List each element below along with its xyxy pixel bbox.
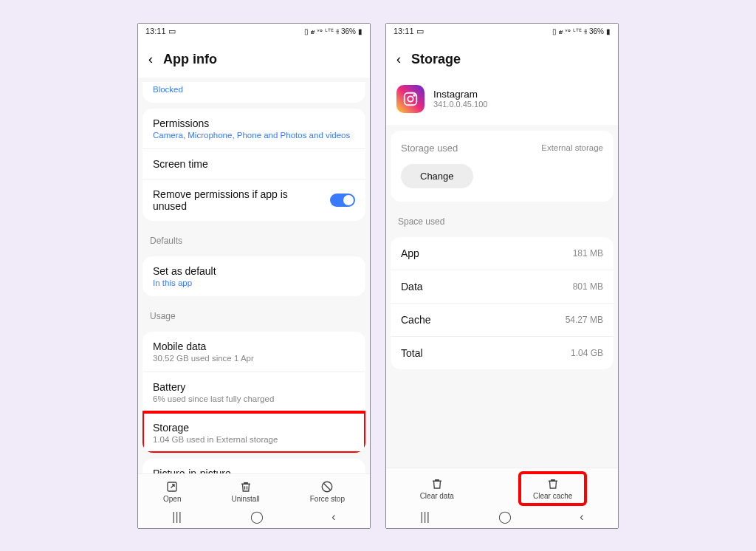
set-default-label: Set as default — [153, 265, 355, 277]
nav-bar: ||| ◯ ‹ — [138, 506, 370, 528]
space-row-total: Total 1.04 GB — [391, 336, 614, 369]
signal-icon: ⫵ — [336, 27, 339, 36]
remove-permissions-label: Remove permissions if app is unused — [153, 188, 330, 212]
set-default-sub: In this app — [153, 278, 355, 287]
app-header: Instagram 341.0.0.45.100 — [386, 78, 618, 125]
bottom-actions: Open Uninstall Force stop — [138, 473, 370, 506]
recents-icon[interactable]: ||| — [172, 510, 181, 524]
mobile-data-label: Mobile data — [153, 340, 355, 352]
recents-icon[interactable]: ||| — [420, 510, 429, 524]
app-version: 341.0.0.45.100 — [433, 100, 487, 109]
header: ‹ App info — [138, 40, 370, 78]
clear-cache-button[interactable]: Clear cache — [521, 474, 584, 503]
bottom-actions: Clear data Clear cache — [386, 468, 618, 506]
svg-point-4 — [413, 95, 415, 96]
storage-sub: 1.04 GB used in External storage — [153, 435, 355, 444]
battery-row[interactable]: Battery 6% used since last fully charged — [142, 372, 365, 412]
pip-row[interactable]: Picture-in-picture Allowed — [142, 459, 365, 473]
mobile-data-row[interactable]: Mobile data 30.52 GB used since 1 Apr — [142, 332, 365, 372]
battery-text: 36% — [341, 27, 356, 35]
lte-icon: ᵛᵒ ᴸᵀᴱ — [565, 27, 582, 35]
header: ‹ Storage — [386, 40, 618, 78]
back-nav-icon[interactable]: ‹ — [580, 510, 583, 524]
storage-type: External storage — [541, 143, 603, 152]
battery-label: Battery — [153, 381, 355, 393]
screenshot-icon: ▭ — [416, 27, 424, 35]
status-time: 13:11 — [394, 27, 414, 35]
blocked-row[interactable]: Blocked — [142, 82, 365, 103]
clear-data-button[interactable]: Clear data — [420, 477, 454, 500]
phone-app-info: 13:11 ▭ ▯ ⸙ ᵛᵒ ᴸᵀᴱ ⫵ 36% ▮ ‹ App info Bl… — [137, 23, 371, 529]
phone-storage: 13:11 ▭ ▯ ⸙ ᵛᵒ ᴸᵀᴱ ⫵ 36% ▮ ‹ Storage Ins… — [385, 23, 619, 529]
mobile-data-sub: 30.52 GB used since 1 Apr — [153, 354, 355, 363]
storage-row[interactable]: Storage 1.04 GB used in External storage — [142, 412, 365, 453]
set-default-row[interactable]: Set as default In this app — [142, 256, 365, 296]
svg-point-3 — [408, 96, 413, 101]
content: Storage used External storage Change Spa… — [386, 125, 618, 468]
storage-label: Storage — [153, 422, 355, 434]
content-scroll[interactable]: Blocked Permissions Camera, Microphone, … — [138, 78, 370, 473]
app-name: Instagram — [433, 89, 487, 100]
force-stop-button[interactable]: Force stop — [310, 480, 345, 503]
lte-icon: ᵛᵒ ᴸᵀᴱ — [317, 27, 334, 35]
defaults-header: Defaults — [138, 227, 370, 250]
clear-cache-icon — [546, 477, 560, 490]
trash-icon — [239, 480, 252, 493]
stop-icon — [320, 480, 334, 493]
back-icon[interactable]: ‹ — [148, 52, 153, 67]
screenshot-icon: ▭ — [168, 27, 176, 35]
battery-icon-small: ▯ — [304, 27, 309, 35]
battery-icon: ▮ — [606, 27, 611, 35]
back-nav-icon[interactable]: ‹ — [331, 510, 335, 524]
battery-text: 36% — [589, 27, 604, 35]
open-icon — [165, 480, 179, 493]
status-bar: 13:11 ▭ ▯ ⸙ ᵛᵒ ᴸᵀᴱ ⫵ 36% ▮ — [138, 24, 370, 40]
open-button[interactable]: Open — [163, 480, 181, 503]
remove-permissions-row[interactable]: Remove permissions if app is unused — [142, 179, 365, 221]
status-bar: 13:11 ▭ ▯ ⸙ ᵛᵒ ᴸᵀᴱ ⫵ 36% ▮ — [386, 24, 618, 40]
signal-icon: ⫵ — [584, 27, 587, 36]
remove-permissions-toggle[interactable] — [330, 194, 355, 207]
nav-bar: ||| ◯ ‹ — [386, 506, 618, 528]
page-title: Storage — [411, 52, 461, 67]
permissions-row[interactable]: Permissions Camera, Microphone, Phone an… — [142, 109, 365, 148]
blocked-label: Blocked — [153, 85, 355, 94]
status-time: 13:11 — [145, 27, 166, 35]
pip-label: Picture-in-picture — [153, 468, 355, 473]
screen-time-row[interactable]: Screen time — [142, 148, 365, 179]
space-row-app: App 181 MB — [391, 237, 614, 270]
instagram-icon — [396, 85, 425, 113]
space-row-cache: Cache 54.27 MB — [391, 303, 614, 336]
space-used-header: Space used — [386, 208, 618, 231]
permissions-sub: Camera, Microphone, Phone and Photos and… — [153, 131, 355, 140]
space-row-data: Data 801 MB — [391, 270, 614, 303]
change-button[interactable]: Change — [401, 164, 473, 188]
battery-sub: 6% used since last fully charged — [153, 394, 355, 403]
wifi-icon: ⸙ — [559, 27, 563, 35]
clear-data-icon — [430, 477, 444, 490]
usage-header: Usage — [138, 302, 370, 326]
back-icon[interactable]: ‹ — [396, 52, 401, 67]
permissions-label: Permissions — [153, 117, 355, 129]
battery-icon: ▮ — [358, 27, 362, 35]
uninstall-button[interactable]: Uninstall — [231, 480, 259, 503]
home-icon[interactable]: ◯ — [498, 510, 512, 524]
home-icon[interactable]: ◯ — [250, 510, 264, 524]
screen-time-label: Screen time — [153, 158, 355, 170]
battery-icon-small: ▯ — [552, 27, 557, 35]
storage-used-label: Storage used — [401, 143, 458, 154]
wifi-icon: ⸙ — [311, 27, 315, 35]
page-title: App info — [163, 52, 217, 67]
